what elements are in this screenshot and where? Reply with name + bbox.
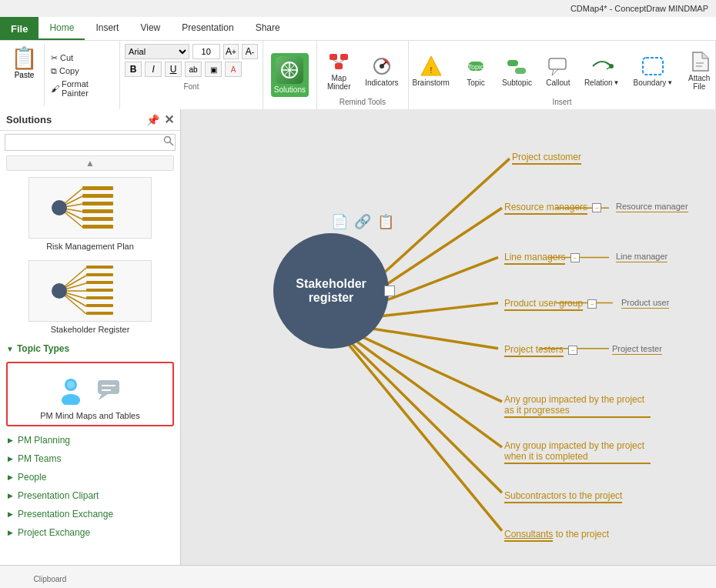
project-testers-collapse[interactable]: − [568,346,577,355]
pm-mind-maps-card[interactable]: PM Mind Maps and Tables [6,362,174,426]
doc-icon[interactable]: 📄 [331,213,348,230]
branch-line-managers[interactable]: Line managers − [504,252,580,262]
sidebar-nav-presentation-clipart[interactable]: ▶ Presentation Clipart [0,486,180,505]
pm-teams-triangle: ▶ [8,455,13,463]
solutions-button[interactable]: Solutions [271,53,309,97]
strikethrough-button[interactable]: ab [185,62,202,77]
callout-button[interactable]: Callout [540,51,576,90]
resource-managers-collapse[interactable]: − [592,203,601,212]
copy-label: Copy [59,66,79,75]
pin-icon[interactable]: 📌 [146,114,159,126]
product-user-label: Product user [621,298,669,309]
attach-file-button[interactable]: Attach File [681,46,716,94]
tab-insert[interactable]: Insert [85,17,129,40]
svg-rect-38 [82,202,113,205]
center-node[interactable]: Stakeholder register − [273,233,389,349]
boundary-button[interactable]: Boundary ▼ [628,51,679,90]
format-painter-button[interactable]: 🖌 Format Painter [48,79,115,99]
tab-presentation[interactable]: Presentation [171,17,244,40]
sub-resource-manager[interactable]: Resource manager [616,202,688,211]
svg-point-49 [52,283,67,299]
font-shrink-button[interactable]: A- [242,44,258,59]
presentation-clipart-triangle: ▶ [8,492,13,499]
sidebar-nav-presentation-exchange[interactable]: ▶ Presentation Exchange [0,505,180,523]
clipboard-icon[interactable]: 📋 [377,213,394,230]
topic-button[interactable]: Topic Topic [458,51,494,90]
svg-rect-24 [643,58,663,75]
underline-button[interactable]: U [165,62,182,77]
sidebar-header-icons: 📌 ✕ [146,112,174,127]
template-stakeholder-label: Stakeholder Register [51,325,130,334]
close-icon[interactable]: ✕ [164,112,174,127]
subtopic-button[interactable]: Subtopic [497,51,537,90]
sidebar-content: Risk Management Plan [0,172,180,565]
font-size-input[interactable] [192,44,220,59]
branch-product-user-group[interactable]: Product user group − [504,298,597,309]
template-risk-management[interactable]: Risk Management Plan [0,172,180,256]
paste-icon: 📋 [11,45,38,71]
sidebar-nav-pm-planning[interactable]: ▶ PM Planning [0,431,180,449]
sub-product-user[interactable]: Product user [621,298,669,307]
branch-any-group-progresses[interactable]: Any group impacted by the project as it … [504,394,651,418]
font-color-button[interactable]: A [225,62,242,77]
link-icon[interactable]: 🔗 [354,213,371,230]
brainstorm-button[interactable]: ! Brainstorm [407,51,455,90]
branch-subcontractors[interactable]: Subcontractors to the project [504,490,622,501]
relation-dropdown[interactable]: ▼ [614,79,620,86]
any-group-completed-label: Any group impacted by the project when i… [504,440,651,464]
font-grow-button[interactable]: A+ [223,44,239,59]
svg-point-59 [67,381,75,389]
template-stakeholder[interactable]: Stakeholder Register [0,256,180,339]
sub-line-manager[interactable]: Line manager [616,252,667,261]
remind-tools-group: Map Minder Indicators Remind Tools [317,41,409,109]
cut-button[interactable]: ✂ Cut [48,52,115,64]
file-tab[interactable]: File [0,17,38,40]
sub-project-tester[interactable]: Project tester [612,344,662,353]
project-exchange-label: Project Exchange [18,527,90,538]
branch-project-customer[interactable]: Project customer [512,152,581,162]
svg-text:!: ! [430,66,432,75]
center-collapse-button[interactable]: − [384,286,395,296]
branch-resource-managers[interactable]: Resource managers − [504,202,601,212]
search-input[interactable] [5,134,176,151]
font-row-2: B I U ab ▣ A [125,62,258,77]
line-managers-collapse[interactable]: − [570,253,580,262]
canvas[interactable]: 📄 🔗 📋 Stakeholder register − Project cus… [181,109,716,565]
sidebar-nav-people[interactable]: ▶ People [0,468,180,486]
indicators-button[interactable]: Indicators [360,51,403,90]
topic-types-header[interactable]: ▼ Topic Types [0,339,180,357]
sidebar-nav-pm-teams[interactable]: ▶ PM Teams [0,449,180,468]
remind-tools-label: Remind Tools [340,96,386,106]
search-icon[interactable] [163,135,174,149]
insert-group: ! Brainstorm Topic Topic [409,41,716,109]
subtopic-label: Subtopic [502,79,532,87]
bold-button[interactable]: B [125,62,142,77]
italic-button[interactable]: I [145,62,162,77]
sidebar-nav-project-exchange[interactable]: ▶ Project Exchange [0,523,180,542]
branch-project-testers[interactable]: Project testers − [504,344,577,355]
map-minder-icon [326,49,351,74]
branch-consultants[interactable]: Consultants to the project [504,529,609,540]
map-minder-button[interactable]: Map Minder [321,46,356,94]
pm-mind-maps-label: PM Mind Maps and Tables [12,411,168,420]
highlight-button[interactable]: ▣ [205,62,222,77]
tab-home[interactable]: Home [38,17,85,40]
tab-view[interactable]: View [129,17,171,40]
boundary-dropdown[interactable]: ▼ [667,79,673,86]
solutions-label: Solutions [274,85,306,94]
svg-rect-18 [515,68,526,74]
product-user-group-collapse[interactable]: − [587,299,597,309]
paste-button[interactable]: 📋 Paste [5,44,45,106]
relation-button[interactable]: Relation ▼ [579,51,625,90]
copy-button[interactable]: ⧉ Copy [48,65,115,77]
scroll-up-button[interactable]: ▲ [6,155,174,171]
svg-rect-40 [82,217,113,221]
svg-line-72 [330,322,502,530]
branch-any-group-completed[interactable]: Any group impacted by the project when i… [504,440,651,464]
ribbon-content: 📋 Paste ✂ Cut ⧉ Copy 🖌 Format Painter Cl… [0,40,716,109]
svg-rect-60 [98,380,119,394]
font-family-select[interactable]: Arial [125,44,189,59]
tab-share[interactable]: Share [245,17,291,40]
presentation-clipart-label: Presentation Clipart [18,490,99,501]
font-label: Font [125,81,258,91]
